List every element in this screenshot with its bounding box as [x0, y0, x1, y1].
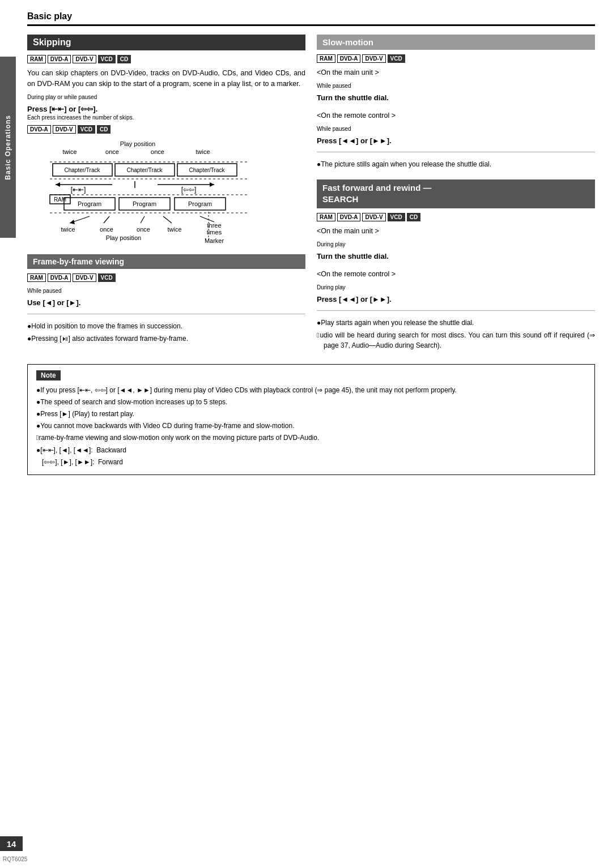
- svg-text:[⇤⇤]: [⇤⇤]: [71, 186, 86, 194]
- two-col-layout: Skipping RAM DVD-A DVD-V VCD CD You can …: [27, 35, 595, 353]
- svg-line-35: [200, 216, 214, 222]
- svg-text:Chapter/Track: Chapter/Track: [65, 167, 101, 173]
- svg-text:Program: Program: [188, 200, 212, 207]
- note-item-2: ●The speed of search and slow-motion inc…: [36, 397, 586, 408]
- note-item-3: ●Press [►] (Play) to restart play.: [36, 409, 586, 420]
- sidebar: Basic Operations: [0, 57, 16, 238]
- sm-badge-vcd: VCD: [388, 54, 405, 63]
- svg-text:Chapter/Track: Chapter/Track: [127, 167, 163, 173]
- ff-remote: <On the remote control >: [317, 269, 595, 280]
- slow-motion-section: Slow-motion RAM DVD-A DVD-V VCD <On the …: [317, 35, 595, 169]
- svg-marker-14: [56, 182, 60, 187]
- badge2-vcd: VCD: [78, 125, 95, 134]
- ff-badge-ram: RAM: [317, 213, 335, 221]
- ff-title: Fast forward and rewind —SEARCH: [322, 183, 432, 204]
- ff-bullet2: 𥳺udio will be heard during search for mo…: [317, 330, 595, 350]
- note-item-7: [⇦⇦], [►], [►►]: Forward: [36, 457, 586, 468]
- note-section: Note ●If you press [⇤⇤, ⇦⇦] or [◄◄, ►►] …: [27, 364, 595, 475]
- svg-text:Chapter/Track: Chapter/Track: [189, 167, 226, 173]
- svg-text:twice: twice: [167, 226, 181, 233]
- sm-instr1: Turn the shuttle dial.: [317, 93, 595, 102]
- svg-text:once: once: [137, 226, 150, 233]
- fv-bullet1: ●Hold in position to move the frames in …: [27, 321, 305, 331]
- sm-while1: While paused: [317, 82, 595, 90]
- skipping-body: You can skip chapters on DVD-Video, trac…: [27, 68, 305, 89]
- sm-remote: <On the remote control >: [317, 110, 595, 121]
- skipping-section: Skipping RAM DVD-A DVD-V VCD CD You can …: [27, 35, 305, 249]
- frame-viewing-badges: RAM DVD-A DVD-V VCD: [27, 273, 305, 282]
- ff-badge-cd: CD: [407, 213, 420, 221]
- sm-while2: While paused: [317, 125, 595, 133]
- sm-badge-dvda: DVD-A: [337, 54, 361, 63]
- sm-instr2: Press [◄◄] or [►►].: [317, 136, 595, 145]
- svg-text:Marker: Marker: [205, 237, 224, 244]
- skipping-press: Press [⇤⇤] or [⇦⇦].: [27, 105, 305, 113]
- fv-while-paused: While paused: [27, 287, 305, 295]
- skipping-badges: RAM DVD-A DVD-V VCD CD: [27, 55, 305, 63]
- badge2-dvdv: DVD-V: [53, 125, 76, 134]
- page-number: 14: [0, 836, 23, 851]
- fv-badge-vcd: VCD: [98, 273, 116, 282]
- badge-dvdv: DVD-V: [73, 55, 96, 63]
- svg-text:Play position: Play position: [106, 234, 141, 241]
- svg-marker-31: [70, 220, 75, 224]
- svg-text:once: once: [100, 226, 113, 233]
- note-header: Note: [36, 370, 61, 380]
- svg-text:twice: twice: [61, 226, 75, 233]
- sm-bullet1: ●The picture stills again when you relea…: [317, 159, 595, 169]
- badge2-cd: CD: [97, 125, 110, 134]
- skip-svg: Play position twice once once twice Chap…: [27, 138, 271, 249]
- fv-badge-dvda: DVD-A: [48, 273, 71, 282]
- sm-main-unit: <On the main unit >: [317, 67, 595, 78]
- fv-badge-dvdv: DVD-V: [73, 273, 96, 282]
- svg-line-34: [163, 216, 172, 223]
- svg-text:once: once: [105, 148, 119, 155]
- badge-cd: CD: [117, 55, 131, 63]
- svg-marker-19: [210, 182, 214, 187]
- ff-header: Fast forward and rewind —SEARCH: [317, 179, 595, 209]
- badge2-dvda: DVD-A: [27, 125, 51, 134]
- svg-text:times: times: [207, 229, 222, 236]
- skip-diagram: Play position twice once once twice Chap…: [27, 138, 305, 249]
- main-content: Basic play Skipping RAM DVD-A DVD-V VCD …: [16, 0, 612, 486]
- ff-badge-dvdv: DVD-V: [362, 213, 385, 221]
- svg-text:Play position: Play position: [120, 140, 155, 147]
- note-item-4: ●You cannot move backwards with Video CD…: [36, 421, 586, 431]
- svg-text:twice: twice: [62, 148, 76, 155]
- skipping-each: Each press increases the number of skips…: [27, 113, 305, 122]
- sm-badges: RAM DVD-A DVD-V VCD: [317, 54, 595, 63]
- badge-dvda: DVD-A: [48, 55, 71, 63]
- ff-main-unit: <On the main unit >: [317, 226, 595, 237]
- frame-viewing-header: Frame-by-frame viewing: [27, 254, 305, 269]
- frame-viewing-section: Frame-by-frame viewing RAM DVD-A DVD-V V…: [27, 254, 305, 344]
- page-title: Basic play: [27, 11, 72, 21]
- fv-badge-ram: RAM: [27, 273, 46, 282]
- note-item-1: ●If you press [⇤⇤, ⇦⇦] or [◄◄, ►►] durin…: [36, 385, 586, 396]
- badge-vcd: VCD: [98, 55, 116, 63]
- page-container: Basic Operations Basic play Skipping RAM…: [0, 0, 612, 868]
- badge-ram: RAM: [27, 55, 46, 63]
- fv-instruction: Use [◄] or [►].: [27, 298, 305, 307]
- ff-instr2: Press [◄◄] or [►►].: [317, 295, 595, 303]
- ff-bullet1: ●Play starts again when you release the …: [317, 318, 595, 328]
- ff-badges: RAM DVD-A DVD-V VCD CD: [317, 213, 595, 221]
- ff-during1: During play: [317, 240, 595, 249]
- col-right: Slow-motion RAM DVD-A DVD-V VCD <On the …: [317, 35, 595, 353]
- svg-text:Program: Program: [78, 200, 101, 207]
- svg-text:twice: twice: [196, 148, 210, 155]
- svg-text:three: three: [207, 222, 221, 229]
- svg-line-32: [104, 216, 109, 223]
- svg-text:[⇦⇦]: [⇦⇦]: [181, 186, 197, 194]
- note-item-6: ●[⇤⇤], [◄], [◄◄]: Backward: [36, 445, 586, 456]
- fv-bullet2: ●Pressing [⏯] also activates forward fra…: [27, 333, 305, 344]
- rqt-code: RQT6025: [3, 856, 27, 862]
- page-header: Basic play: [27, 11, 595, 26]
- svg-line-33: [141, 216, 144, 223]
- ff-instr1: Turn the shuttle dial.: [317, 252, 595, 260]
- note-item-5: 𥳿rame-by-frame viewing and slow-motion o…: [36, 433, 586, 443]
- svg-text:Program: Program: [133, 200, 156, 207]
- fast-forward-section: Fast forward and rewind —SEARCH RAM DVD-…: [317, 179, 595, 350]
- ff-badge-vcd: VCD: [388, 213, 405, 221]
- sidebar-label: Basic Operations: [4, 115, 12, 180]
- skipping-badges2: DVD-A DVD-V VCD CD: [27, 125, 305, 134]
